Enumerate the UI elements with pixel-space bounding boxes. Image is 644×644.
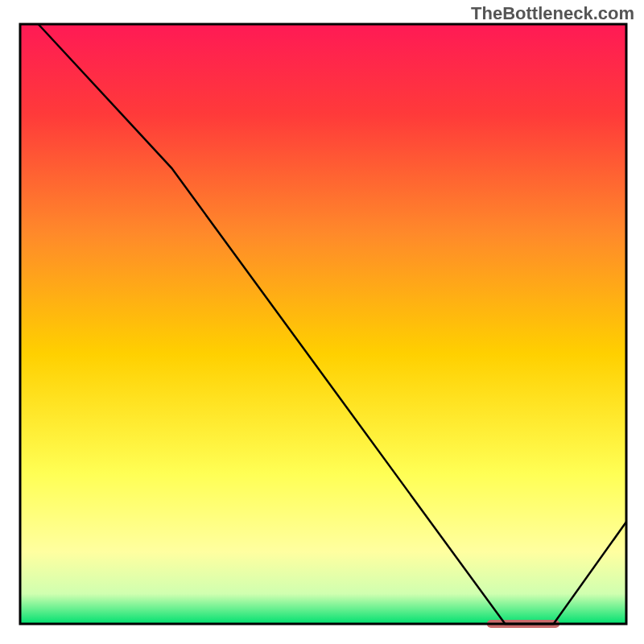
- watermark-text: TheBottleneck.com: [471, 3, 634, 24]
- chart-container: TheBottleneck.com: [0, 0, 644, 644]
- bottleneck-chart: [0, 0, 644, 644]
- chart-background: [20, 24, 626, 624]
